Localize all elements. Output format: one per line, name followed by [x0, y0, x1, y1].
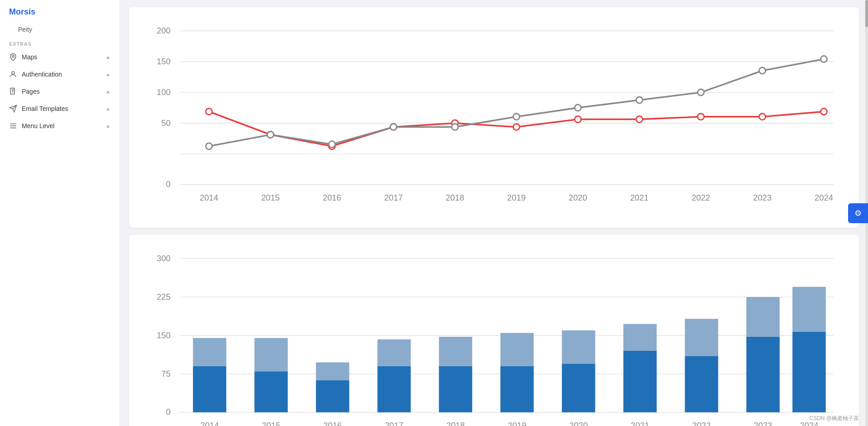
line-chart-svg: 200 150 100 50 0 — [142, 18, 846, 217]
svg-text:100: 100 — [157, 87, 171, 97]
bar-bottom-2014 — [193, 366, 226, 412]
bar-top-2017 — [378, 339, 411, 366]
svg-point-32 — [329, 141, 335, 148]
bar-bottom-2022 — [685, 356, 719, 412]
bar-top-2023 — [746, 297, 780, 337]
sidebar-item-authentication-label: Authentication — [22, 71, 62, 78]
svg-text:50: 50 — [161, 118, 170, 128]
svg-text:2017: 2017 — [384, 193, 403, 202]
svg-point-38 — [698, 89, 704, 96]
svg-point-25 — [575, 116, 581, 122]
svg-text:2019: 2019 — [508, 421, 526, 426]
bar-top-2018 — [439, 336, 472, 366]
send-icon — [9, 105, 17, 113]
bar-bottom-2018 — [439, 366, 472, 412]
user-icon — [9, 70, 17, 78]
svg-text:2017: 2017 — [385, 421, 403, 426]
chevron-email-icon: ▲ — [106, 106, 110, 111]
sidebar-brand[interactable]: Morsis — [0, 4, 120, 22]
svg-text:2016: 2016 — [323, 193, 341, 202]
sidebar: Morsis Peity EXTRAS Maps ▲ Authenticatio… — [0, 0, 120, 426]
bar-top-2016 — [316, 362, 350, 380]
sidebar-sub-item-peity[interactable]: Peity — [0, 22, 120, 37]
svg-text:200: 200 — [157, 26, 171, 35]
bar-bottom-2020 — [562, 364, 595, 412]
bar-bottom-2024 — [792, 331, 826, 412]
svg-text:2021: 2021 — [631, 421, 649, 426]
sidebar-extras-label: EXTRAS — [0, 37, 120, 48]
bar-top-2019 — [500, 333, 534, 366]
svg-point-28 — [759, 114, 766, 120]
bar-bottom-2015 — [254, 371, 288, 412]
svg-text:2020: 2020 — [569, 193, 587, 202]
svg-text:2015: 2015 — [262, 421, 280, 426]
file-icon — [9, 87, 17, 96]
svg-point-40 — [820, 56, 827, 62]
menu-icon — [9, 122, 17, 130]
sidebar-item-menu-level-label: Menu Level — [22, 122, 54, 129]
chevron-pages-icon: ▲ — [106, 89, 110, 94]
bar-top-2021 — [623, 324, 657, 350]
svg-point-27 — [698, 114, 704, 120]
svg-text:2016: 2016 — [323, 421, 342, 426]
bar-top-2015 — [254, 338, 288, 371]
svg-text:2014: 2014 — [200, 193, 218, 202]
scrollbar-thumb[interactable] — [865, 0, 868, 27]
main-content: 200 150 100 50 0 — [120, 0, 868, 426]
bar-top-2014 — [193, 338, 226, 366]
svg-text:150: 150 — [157, 330, 171, 340]
svg-text:2020: 2020 — [569, 421, 588, 426]
bar-top-2020 — [562, 330, 595, 364]
svg-point-24 — [513, 124, 519, 130]
svg-point-29 — [820, 108, 827, 115]
bar-bottom-2016 — [316, 380, 350, 412]
svg-text:225: 225 — [157, 292, 171, 301]
map-pin-icon — [9, 53, 17, 61]
svg-point-36 — [575, 105, 581, 111]
sidebar-item-email-templates-label: Email Templates — [22, 105, 68, 112]
sidebar-item-pages[interactable]: Pages ▲ — [0, 83, 120, 100]
sidebar-item-pages-label: Pages — [22, 88, 40, 95]
svg-text:0: 0 — [166, 407, 170, 416]
bar-chart-card: 300 225 150 75 0 — [129, 235, 859, 426]
bar-top-2024 — [792, 287, 826, 331]
sidebar-item-maps[interactable]: Maps ▲ — [0, 48, 120, 66]
svg-point-1 — [12, 72, 14, 74]
svg-point-19 — [206, 108, 212, 115]
svg-text:2022: 2022 — [691, 193, 710, 202]
bar-bottom-2023 — [746, 336, 780, 412]
sidebar-item-email-templates[interactable]: Email Templates ▲ — [0, 100, 120, 117]
svg-text:0: 0 — [166, 179, 170, 189]
svg-text:2018: 2018 — [446, 193, 464, 202]
bar-bottom-2017 — [378, 366, 411, 412]
bar-chart-svg: 300 225 150 75 0 — [142, 246, 846, 426]
svg-point-30 — [206, 143, 212, 149]
bar-bottom-2021 — [623, 350, 657, 412]
svg-text:75: 75 — [161, 369, 170, 378]
watermark: CSDN @枫蜜柚子茶 — [809, 415, 859, 422]
chevron-maps-icon: ▲ — [106, 54, 110, 60]
svg-point-33 — [390, 124, 397, 130]
svg-text:2014: 2014 — [201, 421, 219, 426]
svg-text:2024: 2024 — [815, 193, 833, 202]
bar-top-2022 — [685, 319, 719, 356]
svg-point-34 — [452, 124, 458, 130]
svg-text:150: 150 — [157, 57, 171, 66]
svg-text:2019: 2019 — [507, 193, 526, 202]
svg-point-31 — [267, 131, 273, 138]
svg-point-0 — [12, 55, 14, 57]
svg-text:2023: 2023 — [753, 193, 772, 202]
floating-settings-button[interactable]: ⚙ — [848, 203, 868, 223]
gear-icon: ⚙ — [854, 208, 862, 218]
sidebar-item-maps-label: Maps — [22, 53, 37, 61]
line-chart-card: 200 150 100 50 0 — [129, 7, 859, 228]
svg-text:2015: 2015 — [261, 193, 280, 202]
bar-bottom-2019 — [500, 366, 534, 412]
chevron-menu-icon: ▲ — [106, 123, 110, 129]
svg-point-37 — [636, 97, 643, 103]
sidebar-item-authentication[interactable]: Authentication ▲ — [0, 66, 120, 83]
svg-point-39 — [759, 67, 766, 74]
svg-point-26 — [636, 116, 643, 122]
sidebar-item-menu-level[interactable]: Menu Level ▲ — [0, 117, 120, 134]
svg-text:2018: 2018 — [446, 421, 465, 426]
